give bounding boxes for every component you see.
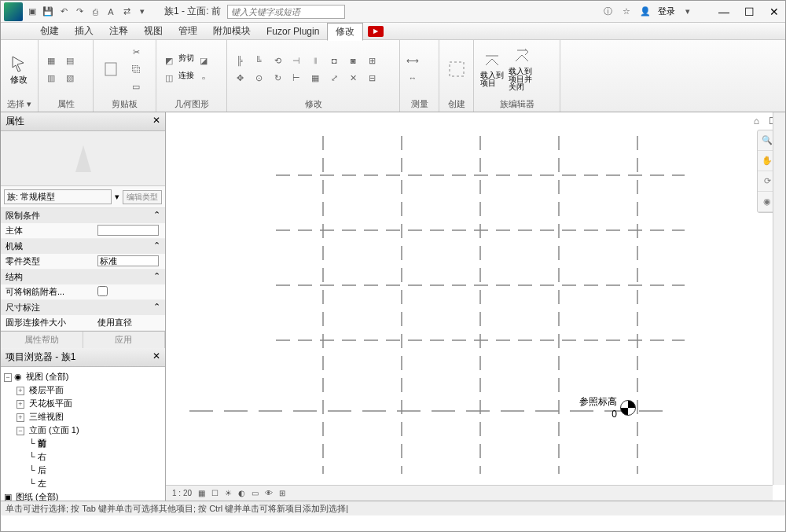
- visual-style-icon[interactable]: ☐: [211, 489, 219, 497]
- dropdown-icon[interactable]: ▾: [136, 6, 149, 18]
- undo-icon[interactable]: ↶: [57, 6, 70, 18]
- split-icon[interactable]: ▫: [196, 70, 211, 86]
- properties-title: 属性: [6, 115, 24, 128]
- mirror-icon[interactable]: ⟲: [270, 53, 285, 68]
- save-icon[interactable]: 💾: [42, 6, 54, 18]
- props-icon[interactable]: ▦: [43, 53, 59, 68]
- tree-elev-right[interactable]: └ 右: [4, 450, 162, 464]
- tab-annotate[interactable]: 注释: [101, 23, 136, 39]
- pin-icon[interactable]: ◘: [326, 53, 342, 68]
- tab-create[interactable]: 创建: [32, 23, 67, 39]
- load-close-button[interactable]: 载入到 项目并关闭: [509, 47, 535, 91]
- copy-icon[interactable]: ⿻: [128, 61, 144, 77]
- tab-insert[interactable]: 插入: [67, 23, 101, 39]
- tree-elev-back[interactable]: └ 后: [4, 464, 162, 477]
- rebar-checkbox[interactable]: [97, 286, 108, 296]
- detail-icon[interactable]: ▦: [198, 489, 205, 497]
- create-button[interactable]: [444, 60, 468, 79]
- match-icon[interactable]: ▭: [128, 79, 144, 94]
- extend-icon[interactable]: ⊢: [288, 70, 304, 86]
- tab-modify[interactable]: 修改: [327, 23, 363, 41]
- tree-floor-plans[interactable]: + 楼层平面: [4, 383, 162, 397]
- type-icon[interactable]: ▤: [62, 53, 78, 68]
- cut-icon[interactable]: ✂: [128, 44, 144, 60]
- split-el-icon[interactable]: ⫴: [307, 53, 323, 68]
- align-icon[interactable]: ╠: [232, 53, 248, 68]
- trim-icon[interactable]: ⊣: [288, 53, 304, 68]
- help-icon[interactable]: ▾: [681, 6, 694, 18]
- apply-button[interactable]: 应用: [83, 332, 166, 348]
- dim-icon[interactable]: ↔: [405, 70, 421, 86]
- crop-icon[interactable]: ▭: [252, 489, 259, 497]
- tree-elevations[interactable]: − 立面 (立面 1): [4, 424, 162, 437]
- type-selector[interactable]: 族: 常规模型: [4, 189, 112, 204]
- copy-mod-icon[interactable]: ⊙: [251, 70, 266, 86]
- text-icon[interactable]: A: [105, 6, 117, 18]
- type-icon-2[interactable]: ▧: [62, 70, 78, 86]
- reveal-icon[interactable]: ⊞: [279, 489, 285, 497]
- host-input[interactable]: [97, 225, 159, 236]
- measure-icon[interactable]: ⟷: [405, 53, 421, 68]
- maximize-button[interactable]: ☐: [741, 5, 757, 19]
- user-icon[interactable]: 👤: [639, 6, 652, 18]
- sun-icon[interactable]: ☀: [225, 489, 232, 497]
- modify-button[interactable]: 修改: [6, 53, 32, 86]
- close-icon[interactable]: ✕: [152, 350, 160, 364]
- edit-type-button[interactable]: 编辑类型: [123, 190, 162, 204]
- rotate-icon[interactable]: ↻: [270, 70, 285, 86]
- props-icon-2[interactable]: ▥: [43, 70, 59, 86]
- tree-elev-left[interactable]: └ 左: [4, 477, 162, 490]
- move-icon[interactable]: ✥: [232, 70, 248, 86]
- tab-fuzor[interactable]: Fuzor Plugin: [259, 24, 327, 39]
- group-mechanical[interactable]: 机械⌃: [1, 239, 165, 254]
- group-structural[interactable]: 结构⌃: [1, 270, 165, 284]
- hide-icon[interactable]: 👁: [265, 489, 273, 497]
- tree-views[interactable]: −◉ 视图 (全部): [4, 370, 162, 383]
- notch-icon[interactable]: ◪: [196, 53, 211, 68]
- tab-addins[interactable]: 附加模块: [205, 23, 259, 39]
- info-icon[interactable]: ⓘ: [601, 6, 614, 18]
- home-icon[interactable]: ⌂: [754, 116, 759, 127]
- props-help-button[interactable]: 属性帮助: [1, 332, 83, 348]
- ungroup-icon[interactable]: ⊟: [364, 70, 380, 86]
- part-type-input[interactable]: [97, 255, 159, 266]
- scale-icon[interactable]: ⤢: [326, 70, 342, 86]
- vertical-scrollbar[interactable]: [773, 112, 785, 485]
- tree-3d-views[interactable]: + 三维视图: [4, 410, 162, 424]
- search-input[interactable]: [227, 5, 345, 19]
- offset-icon[interactable]: ╚: [251, 53, 266, 68]
- tree-sheets[interactable]: ▣ 图纸 (全部): [4, 490, 162, 501]
- tree-ceiling-plans[interactable]: + 天花板平面: [4, 397, 162, 410]
- print-icon[interactable]: ⎙: [89, 6, 101, 18]
- login-link[interactable]: 登录: [658, 6, 675, 17]
- group-dimensions[interactable]: 尺寸标注⌃: [1, 300, 165, 315]
- scale-control[interactable]: 1 : 20: [172, 489, 192, 497]
- star-icon[interactable]: ☆: [620, 6, 633, 18]
- load-project-button[interactable]: 载入到 项目: [479, 51, 505, 87]
- chevron-down-icon[interactable]: ▾: [115, 192, 119, 202]
- join-geom-icon[interactable]: ◫: [161, 70, 177, 86]
- minimize-button[interactable]: —: [716, 5, 732, 19]
- redo-icon[interactable]: ↷: [73, 6, 86, 18]
- open-icon[interactable]: ▣: [26, 6, 39, 18]
- cut-geom-icon[interactable]: ◩: [161, 53, 177, 68]
- paste-button[interactable]: [98, 60, 125, 79]
- tab-manage[interactable]: 管理: [171, 23, 205, 39]
- sync-icon[interactable]: ⇄: [120, 6, 133, 18]
- properties-panel: 属性 ✕ 族: 常规模型 ▾ 编辑类型 限制条件⌃ 主体 机械⌃ 零件类型 结构…: [1, 112, 165, 348]
- tree-elev-front[interactable]: └ 前: [4, 437, 162, 450]
- tab-view[interactable]: 视图: [136, 23, 171, 39]
- shadow-icon[interactable]: ◐: [238, 489, 245, 497]
- delete-icon[interactable]: ✕: [345, 70, 361, 86]
- close-icon[interactable]: ✕: [152, 115, 160, 128]
- reference-level[interactable]: 参照标高 0: [579, 395, 636, 420]
- drawing-canvas[interactable]: 参照标高 0 ⌂ ☐ 🔍 ✋ ⟳ ◉ 1 : 20 ▦ ☐ ☀ ◐ ▭ 👁 ⊞: [166, 112, 785, 501]
- prop-host: 主体: [6, 225, 97, 237]
- array-icon[interactable]: ▦: [307, 70, 323, 86]
- unpin-icon[interactable]: ◙: [345, 53, 361, 68]
- close-button[interactable]: ✕: [766, 5, 782, 19]
- play-icon[interactable]: ▶: [368, 26, 384, 37]
- ribbon: 修改 选择 ▾ ▦ ▥ ▤ ▧ 属性 ✂ ⿻ ▭ 剪贴板: [1, 40, 785, 112]
- group-icon[interactable]: ⊞: [364, 53, 380, 68]
- group-constraints[interactable]: 限制条件⌃: [1, 208, 165, 223]
